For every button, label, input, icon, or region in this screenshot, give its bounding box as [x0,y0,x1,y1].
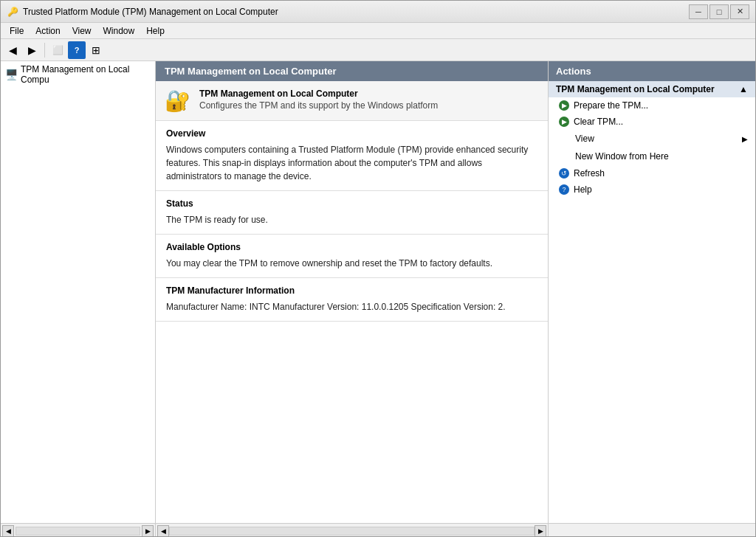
view-icon [559,133,571,145]
show-hide-button[interactable]: ⬜ [49,41,66,59]
left-panel: 🖥️ TPM Management on Local Compu [1,61,156,523]
center-scrollbar: ◀ ▶ [156,524,549,537]
section-options-content: You may clear the TPM to remove ownershi… [166,257,537,270]
new-window-icon [559,150,571,162]
minimize-button[interactable]: ─ [689,4,708,19]
refresh-label: Refresh [574,168,605,179]
info-box: 🔐 TPM Management on Local Computer Confi… [156,81,548,121]
menu-file[interactable]: File [4,24,30,38]
section-status-header: Status [166,198,537,209]
clear-tpm-icon: ▶ [559,117,569,127]
section-options-header: Available Options [166,242,537,252]
section-manufacturer-info: TPM Manufacturer Information Manufacture… [156,278,548,322]
close-button[interactable]: ✕ [730,4,749,19]
info-text-block: TPM Management on Local Computer Configu… [199,89,438,111]
scroll-center-right-btn[interactable]: ▶ [535,525,546,537]
section-status: Status The TPM is ready for use. [156,191,548,235]
prepare-tpm-label: Prepare the TPM... [574,100,648,111]
collapse-icon: ▲ [739,84,748,94]
action-refresh[interactable]: ↺ Refresh [549,165,755,181]
tree-item-tpm[interactable]: 🖥️ TPM Management on Local Compu [1,61,155,88]
action-clear-tpm[interactable]: ▶ Clear TPM... [549,114,755,130]
section-status-content: The TPM is ready for use. [166,213,537,226]
scroll-right-btn[interactable]: ▶ [142,525,154,537]
bottom-scrollbars: ◀ ▶ ◀ ▶ [1,523,755,537]
forward-button[interactable]: ▶ [23,41,41,59]
action-help[interactable]: ? Help [549,181,755,198]
action-new-window[interactable]: New Window from Here [549,148,755,165]
window-controls: ─ □ ✕ [689,4,749,19]
section-overview-content: Windows computers containing a Trusted P… [166,143,537,183]
refresh-icon: ↺ [559,168,569,179]
menu-view[interactable]: View [66,24,97,38]
section-manufacturer-content: Manufacturer Name: INTC Manufacturer Ver… [166,300,537,313]
view-arrow-icon: ▶ [742,135,748,143]
help-button[interactable]: ? [68,41,86,59]
help-label: Help [574,184,592,195]
toolbar: ◀ ▶ ⬜ ? ⊞ [1,39,755,61]
menu-action[interactable]: Action [30,24,66,38]
toolbar-separator-1 [44,43,45,58]
menu-help[interactable]: Help [140,24,171,38]
clear-tpm-label: Clear TPM... [574,117,623,127]
view-label: View [575,134,594,144]
right-scrollbar [549,524,755,537]
action-group-title[interactable]: TPM Management on Local Computer ▲ [549,81,755,97]
menu-bar: File Action View Window Help [1,23,755,39]
section-available-options: Available Options You may clear the TPM … [156,235,548,278]
app-icon: 🔑 [7,6,18,18]
section-overview: Overview Windows computers containing a … [156,121,548,191]
tpm-icon: 🔐 [165,89,190,113]
action-view[interactable]: View ▶ [549,130,755,148]
info-subtitle: Configures the TPM and its support by th… [199,100,438,111]
title-bar: 🔑 Trusted Platform Module (TPM) Manageme… [1,1,755,23]
menu-window[interactable]: Window [97,24,141,38]
tree-item-label: TPM Management on Local Compu [21,64,151,85]
section-overview-header: Overview [166,128,537,139]
right-panel: Actions TPM Management on Local Computer… [549,61,755,523]
info-title: TPM Management on Local Computer [199,89,438,99]
action-prepare-tpm[interactable]: ▶ Prepare the TPM... [549,97,755,114]
back-button[interactable]: ◀ [4,41,21,59]
center-scroll-track[interactable] [169,527,535,536]
new-window-label: New Window from Here [575,151,669,162]
window-title: Trusted Platform Module (TPM) Management… [23,7,278,17]
scroll-center-left-btn[interactable]: ◀ [157,525,169,537]
left-scroll-track[interactable] [16,527,140,536]
main-container: 🖥️ TPM Management on Local Compu TPM Man… [1,61,755,523]
help-icon: ? [559,184,569,195]
center-header: TPM Management on Local Computer [156,61,548,81]
tree-item-icon: 🖥️ [5,69,18,80]
scroll-left-btn[interactable]: ◀ [2,525,14,537]
actions-header: Actions [549,61,755,81]
prepare-tpm-icon: ▶ [559,100,569,111]
restore-button[interactable]: □ [709,4,729,19]
properties-button[interactable]: ⊞ [87,41,105,59]
section-manufacturer-header: TPM Manufacturer Information [166,285,537,296]
center-panel: TPM Management on Local Computer 🔐 TPM M… [156,61,549,523]
left-scrollbar: ◀ ▶ [1,524,156,537]
